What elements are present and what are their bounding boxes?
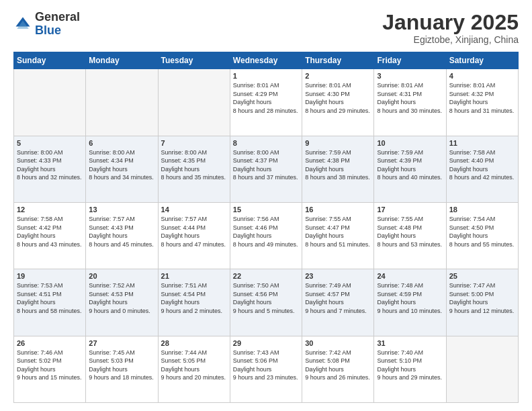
day-info: Sunrise: 8:00 AMSunset: 4:35 PMDaylight … [161, 148, 227, 182]
calendar-day-cell: 27Sunrise: 7:45 AMSunset: 5:03 PMDayligh… [86, 336, 158, 402]
day-info: Sunrise: 7:54 AMSunset: 4:50 PMDaylight … [449, 215, 515, 248]
day-number: 31 [377, 339, 443, 347]
calendar-week-row: 19Sunrise: 7:53 AMSunset: 4:51 PMDayligh… [14, 269, 519, 336]
day-info: Sunrise: 7:59 AMSunset: 4:38 PMDaylight … [305, 148, 371, 182]
calendar-day-cell: 26Sunrise: 7:46 AMSunset: 5:02 PMDayligh… [14, 336, 86, 402]
day-of-week-header: Saturday [446, 52, 518, 69]
calendar-day-cell: 25Sunrise: 7:47 AMSunset: 5:00 PMDayligh… [446, 269, 518, 336]
day-number: 11 [449, 139, 515, 147]
calendar-day-cell: 17Sunrise: 7:55 AMSunset: 4:48 PMDayligh… [374, 202, 446, 269]
day-number: 6 [89, 139, 154, 147]
day-of-week-header: Friday [374, 52, 446, 69]
day-info: Sunrise: 7:50 AMSunset: 4:56 PMDaylight … [233, 281, 299, 315]
calendar-day-cell: 7Sunrise: 8:00 AMSunset: 4:35 PMDaylight… [158, 136, 230, 202]
calendar-day-cell: 1Sunrise: 8:01 AMSunset: 4:29 PMDaylight… [230, 69, 302, 136]
day-number: 3 [377, 72, 443, 80]
day-info: Sunrise: 7:46 AMSunset: 5:02 PMDaylight … [17, 349, 83, 382]
day-number: 4 [449, 72, 515, 80]
day-number: 14 [161, 205, 227, 214]
day-number: 5 [17, 139, 83, 147]
calendar-day-cell: 15Sunrise: 7:56 AMSunset: 4:46 PMDayligh… [230, 202, 302, 269]
calendar-day-cell [14, 69, 86, 136]
day-number: 30 [305, 339, 371, 347]
day-info: Sunrise: 7:40 AMSunset: 5:10 PMDaylight … [377, 349, 443, 382]
day-info: Sunrise: 7:53 AMSunset: 4:51 PMDaylight … [17, 281, 83, 315]
day-number: 23 [305, 272, 371, 280]
calendar-header-row: SundayMondayTuesdayWednesdayThursdayFrid… [14, 52, 519, 69]
day-info: Sunrise: 8:01 AMSunset: 4:31 PMDaylight … [377, 81, 443, 115]
title-block: January 2025 Egiztobe, Xinjiang, China [382, 11, 519, 45]
page: General Blue January 2025 Egiztobe, Xinj… [0, 0, 532, 411]
calendar-day-cell [446, 336, 518, 402]
day-info: Sunrise: 7:47 AMSunset: 5:00 PMDaylight … [449, 281, 515, 315]
calendar-day-cell: 30Sunrise: 7:42 AMSunset: 5:08 PMDayligh… [302, 336, 374, 402]
day-number: 19 [17, 272, 83, 280]
calendar-day-cell: 2Sunrise: 8:01 AMSunset: 4:30 PMDaylight… [302, 69, 374, 136]
day-number: 28 [161, 339, 227, 347]
day-info: Sunrise: 7:43 AMSunset: 5:06 PMDaylight … [233, 349, 299, 382]
day-number: 2 [305, 72, 371, 80]
day-info: Sunrise: 7:49 AMSunset: 4:57 PMDaylight … [305, 281, 371, 315]
calendar-day-cell: 20Sunrise: 7:52 AMSunset: 4:53 PMDayligh… [86, 269, 158, 336]
day-number: 22 [233, 272, 299, 280]
calendar-day-cell: 21Sunrise: 7:51 AMSunset: 4:54 PMDayligh… [158, 269, 230, 336]
day-of-week-header: Monday [86, 52, 158, 69]
day-number: 29 [233, 339, 299, 347]
calendar-week-row: 5Sunrise: 8:00 AMSunset: 4:33 PMDaylight… [14, 136, 519, 202]
day-info: Sunrise: 8:00 AMSunset: 4:33 PMDaylight … [17, 148, 83, 182]
day-number: 26 [17, 339, 83, 347]
day-info: Sunrise: 7:55 AMSunset: 4:47 PMDaylight … [305, 215, 371, 248]
calendar-day-cell [158, 69, 230, 136]
calendar-day-cell [86, 69, 158, 136]
day-info: Sunrise: 7:58 AMSunset: 4:40 PMDaylight … [449, 148, 515, 182]
calendar-day-cell: 11Sunrise: 7:58 AMSunset: 4:40 PMDayligh… [446, 136, 518, 202]
day-number: 21 [161, 272, 227, 280]
day-info: Sunrise: 8:01 AMSunset: 4:32 PMDaylight … [449, 81, 515, 115]
day-info: Sunrise: 7:57 AMSunset: 4:44 PMDaylight … [161, 215, 227, 248]
calendar-day-cell: 16Sunrise: 7:55 AMSunset: 4:47 PMDayligh… [302, 202, 374, 269]
calendar-table: SundayMondayTuesdayWednesdayThursdayFrid… [13, 52, 519, 403]
day-info: Sunrise: 8:00 AMSunset: 4:34 PMDaylight … [89, 148, 154, 182]
day-number: 16 [305, 205, 371, 214]
month-title: January 2025 [382, 11, 519, 34]
calendar-week-row: 26Sunrise: 7:46 AMSunset: 5:02 PMDayligh… [14, 336, 519, 402]
day-info: Sunrise: 8:01 AMSunset: 4:30 PMDaylight … [305, 81, 371, 115]
logo-icon [13, 15, 32, 34]
calendar-day-cell: 29Sunrise: 7:43 AMSunset: 5:06 PMDayligh… [230, 336, 302, 402]
calendar-day-cell: 8Sunrise: 8:00 AMSunset: 4:37 PMDaylight… [230, 136, 302, 202]
calendar-day-cell: 12Sunrise: 7:58 AMSunset: 4:42 PMDayligh… [14, 202, 86, 269]
calendar-day-cell: 24Sunrise: 7:48 AMSunset: 4:59 PMDayligh… [374, 269, 446, 336]
day-number: 9 [305, 139, 371, 147]
calendar-day-cell: 10Sunrise: 7:59 AMSunset: 4:39 PMDayligh… [374, 136, 446, 202]
header: General Blue January 2025 Egiztobe, Xinj… [13, 11, 519, 45]
day-info: Sunrise: 7:48 AMSunset: 4:59 PMDaylight … [377, 281, 443, 315]
calendar-day-cell: 13Sunrise: 7:57 AMSunset: 4:43 PMDayligh… [86, 202, 158, 269]
calendar-week-row: 12Sunrise: 7:58 AMSunset: 4:42 PMDayligh… [14, 202, 519, 269]
calendar-day-cell: 28Sunrise: 7:44 AMSunset: 5:05 PMDayligh… [158, 336, 230, 402]
day-number: 15 [233, 205, 299, 214]
day-of-week-header: Thursday [302, 52, 374, 69]
day-info: Sunrise: 7:45 AMSunset: 5:03 PMDaylight … [89, 349, 154, 382]
calendar-day-cell: 23Sunrise: 7:49 AMSunset: 4:57 PMDayligh… [302, 269, 374, 336]
day-number: 20 [89, 272, 154, 280]
day-of-week-header: Wednesday [230, 52, 302, 69]
day-number: 12 [17, 205, 83, 214]
calendar-day-cell: 6Sunrise: 8:00 AMSunset: 4:34 PMDaylight… [86, 136, 158, 202]
calendar-day-cell: 5Sunrise: 8:00 AMSunset: 4:33 PMDaylight… [14, 136, 86, 202]
calendar-day-cell: 22Sunrise: 7:50 AMSunset: 4:56 PMDayligh… [230, 269, 302, 336]
calendar-day-cell: 31Sunrise: 7:40 AMSunset: 5:10 PMDayligh… [374, 336, 446, 402]
day-number: 18 [449, 205, 515, 214]
calendar-day-cell: 19Sunrise: 7:53 AMSunset: 4:51 PMDayligh… [14, 269, 86, 336]
day-info: Sunrise: 8:01 AMSunset: 4:29 PMDaylight … [233, 81, 299, 115]
day-info: Sunrise: 7:55 AMSunset: 4:48 PMDaylight … [377, 215, 443, 248]
day-number: 17 [377, 205, 443, 214]
day-number: 1 [233, 72, 299, 80]
day-number: 25 [449, 272, 515, 280]
calendar-day-cell: 18Sunrise: 7:54 AMSunset: 4:50 PMDayligh… [446, 202, 518, 269]
day-number: 10 [377, 139, 443, 147]
day-number: 7 [161, 139, 227, 147]
calendar-day-cell: 14Sunrise: 7:57 AMSunset: 4:44 PMDayligh… [158, 202, 230, 269]
calendar-day-cell: 4Sunrise: 8:01 AMSunset: 4:32 PMDaylight… [446, 69, 518, 136]
day-info: Sunrise: 8:00 AMSunset: 4:37 PMDaylight … [233, 148, 299, 182]
day-info: Sunrise: 7:42 AMSunset: 5:08 PMDaylight … [305, 349, 371, 382]
